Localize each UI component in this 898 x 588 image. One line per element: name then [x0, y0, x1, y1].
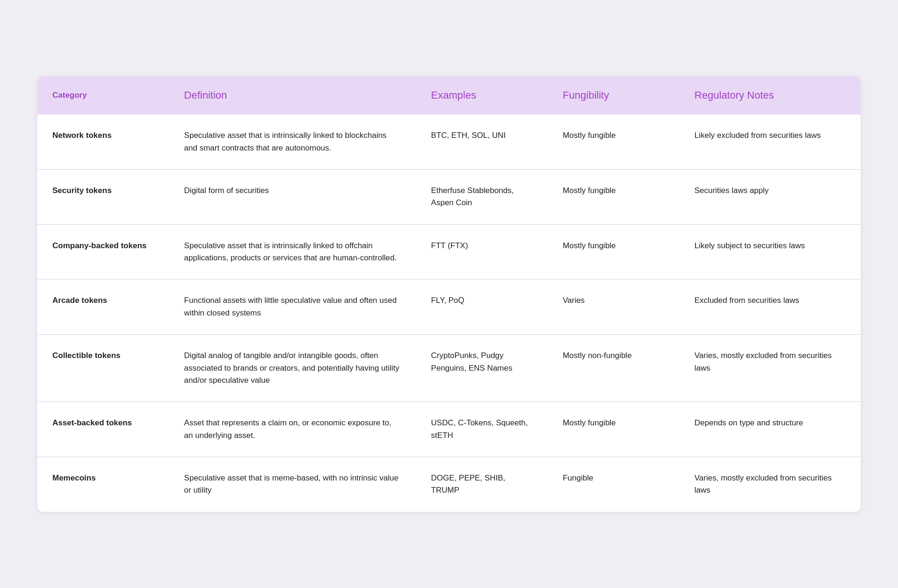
table-row: Collectible tokensDigital analog of tang…: [37, 335, 861, 402]
cell-category: Memecoins: [37, 457, 169, 511]
cell-fungibility: Mostly non-fungible: [548, 335, 680, 402]
header-regulatory: Regulatory Notes: [680, 76, 861, 115]
cell-category: Arcade tokens: [37, 280, 169, 335]
table-row: Asset-backed tokensAsset that represents…: [37, 402, 861, 457]
cell-fungibility: Mostly fungible: [548, 170, 680, 225]
cell-definition: Speculative asset that is intrinsically …: [169, 224, 416, 280]
cell-definition: Digital analog of tangible and/or intang…: [169, 335, 416, 402]
cell-examples: USDC, C-Tokens, Squeeth, stETH: [416, 402, 548, 457]
header-fungibility: Fungibility: [548, 76, 680, 115]
header-category: Category: [37, 76, 169, 115]
cell-regulatory: Depends on type and structure: [680, 402, 861, 457]
cell-regulatory: Securities laws apply: [680, 170, 861, 225]
cell-examples: DOGE, PEPE, SHIB, TRUMP: [416, 457, 548, 511]
cell-category: Company-backed tokens: [37, 224, 169, 280]
header-definition: Definition: [169, 76, 416, 115]
cell-regulatory: Varies, mostly excluded from securities …: [680, 335, 861, 402]
cell-category: Asset-backed tokens: [37, 402, 169, 457]
cell-regulatory: Likely excluded from securities laws: [680, 115, 861, 169]
cell-fungibility: Varies: [548, 280, 680, 335]
main-table-container: Category Definition Examples Fungibility…: [37, 76, 861, 511]
table-row: MemecoinsSpeculative asset that is meme-…: [37, 457, 861, 511]
cell-examples: FLY, PoQ: [416, 280, 548, 335]
cell-category: Network tokens: [37, 115, 169, 169]
cell-category: Security tokens: [37, 170, 169, 225]
cell-fungibility: Mostly fungible: [548, 402, 680, 457]
cell-regulatory: Varies, mostly excluded from securities …: [680, 457, 861, 511]
cell-definition: Speculative asset that is meme-based, wi…: [169, 457, 416, 511]
table-header-row: Category Definition Examples Fungibility…: [37, 76, 861, 115]
cell-definition: Asset that represents a claim on, or eco…: [169, 402, 416, 457]
cell-examples: BTC, ETH, SOL, UNI: [416, 115, 548, 169]
table-row: Security tokensDigital form of securitie…: [37, 170, 861, 225]
table-row: Arcade tokensFunctional assets with litt…: [37, 280, 861, 335]
cell-regulatory: Likely subject to securities laws: [680, 224, 861, 280]
table-row: Company-backed tokensSpeculative asset t…: [37, 224, 861, 280]
cell-category: Collectible tokens: [37, 335, 169, 402]
table-row: Network tokensSpeculative asset that is …: [37, 115, 861, 169]
cell-examples: Etherfuse Stablebonds, Aspen Coin: [416, 170, 548, 225]
cell-fungibility: Mostly fungible: [548, 115, 680, 169]
cell-definition: Speculative asset that is intrinsically …: [169, 115, 416, 169]
cell-definition: Digital form of securities: [169, 170, 416, 225]
cell-definition: Functional assets with little speculativ…: [169, 280, 416, 335]
cell-fungibility: Mostly fungible: [548, 224, 680, 280]
cell-fungibility: Fungible: [548, 457, 680, 511]
header-examples: Examples: [416, 76, 548, 115]
token-classification-table: Category Definition Examples Fungibility…: [37, 76, 861, 511]
cell-regulatory: Excluded from securities laws: [680, 280, 861, 335]
cell-examples: CryptoPunks, Pudgy Penguins, ENS Names: [416, 335, 548, 402]
cell-examples: FTT (FTX): [416, 224, 548, 280]
